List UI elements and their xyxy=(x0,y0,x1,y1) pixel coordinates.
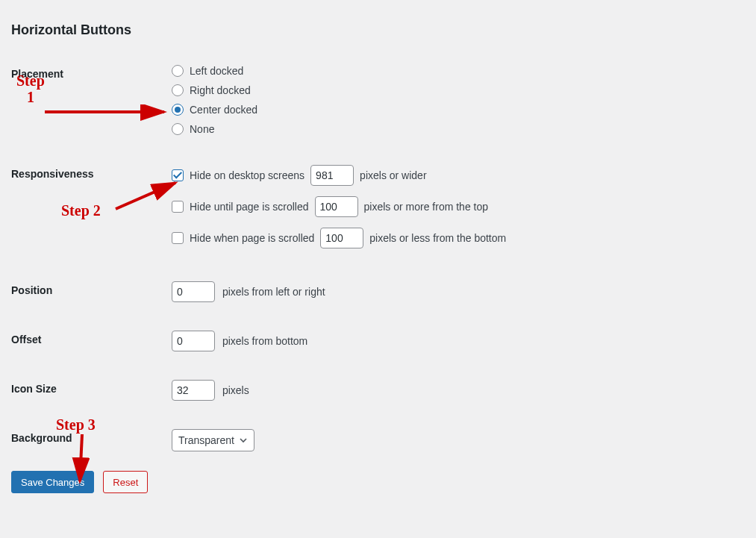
offset-suffix: pixels from bottom xyxy=(222,335,307,347)
save-button[interactable]: Save Changes xyxy=(11,471,94,493)
placement-label: Placement xyxy=(0,60,164,140)
hide-until-before: Hide until page is scrolled xyxy=(190,201,309,213)
offset-label: Offset xyxy=(0,326,164,356)
position-label: Position xyxy=(0,277,164,307)
icon-size-input[interactable] xyxy=(172,380,215,401)
placement-left-text: Left docked xyxy=(190,65,243,77)
placement-left-radio[interactable] xyxy=(172,65,184,77)
background-selected: Transparent xyxy=(178,434,234,446)
button-row: Save Changes Reset xyxy=(0,456,756,493)
placement-center-label[interactable]: Center docked xyxy=(172,104,506,116)
icon-size-suffix: pixels xyxy=(222,384,249,396)
hide-bottom-input[interactable] xyxy=(320,228,363,248)
placement-left-label[interactable]: Left docked xyxy=(172,65,506,77)
placement-none-radio[interactable] xyxy=(172,123,184,135)
background-select[interactable]: Transparent xyxy=(172,429,254,451)
hide-desktop-checkbox[interactable] xyxy=(172,169,184,181)
hide-until-row: Hide until page is scrolled pixels or mo… xyxy=(172,196,506,217)
placement-right-text: Right docked xyxy=(190,84,251,96)
responsiveness-label: Responsiveness xyxy=(0,160,164,263)
hide-bottom-row: Hide when page is scrolled pixels or les… xyxy=(172,228,506,248)
hide-until-input[interactable] xyxy=(315,196,358,217)
hide-desktop-after: pixels or wider xyxy=(360,169,426,181)
icon-size-label: Icon Size xyxy=(0,375,164,405)
hide-desktop-before: Hide on desktop screens xyxy=(190,169,304,181)
hide-desktop-input[interactable] xyxy=(310,165,354,186)
hide-bottom-checkbox[interactable] xyxy=(172,232,184,244)
position-input[interactable] xyxy=(172,281,215,302)
hide-bottom-after: pixels or less from the bottom xyxy=(369,232,506,244)
hide-desktop-row: Hide on desktop screens pixels or wider xyxy=(172,165,506,186)
hide-bottom-before: Hide when page is scrolled xyxy=(190,232,314,244)
hide-until-checkbox[interactable] xyxy=(172,201,184,213)
page-title: Horizontal Buttons xyxy=(0,0,756,38)
placement-right-radio[interactable] xyxy=(172,84,184,96)
placement-center-text: Center docked xyxy=(190,104,257,116)
placement-options: Left docked Right docked Center docked N… xyxy=(172,65,506,135)
offset-input[interactable] xyxy=(172,331,215,351)
settings-form: Placement Left docked Right docked Cente… xyxy=(0,60,513,456)
position-suffix: pixels from left or right xyxy=(222,286,325,298)
placement-none-text: None xyxy=(190,123,214,135)
chevron-down-icon xyxy=(239,436,248,445)
hide-until-after: pixels or more from the top xyxy=(364,201,489,213)
placement-none-label[interactable]: None xyxy=(172,123,506,135)
background-label: Background xyxy=(0,425,164,456)
placement-center-radio[interactable] xyxy=(172,104,184,116)
placement-right-label[interactable]: Right docked xyxy=(172,84,506,96)
reset-button[interactable]: Reset xyxy=(103,471,148,493)
